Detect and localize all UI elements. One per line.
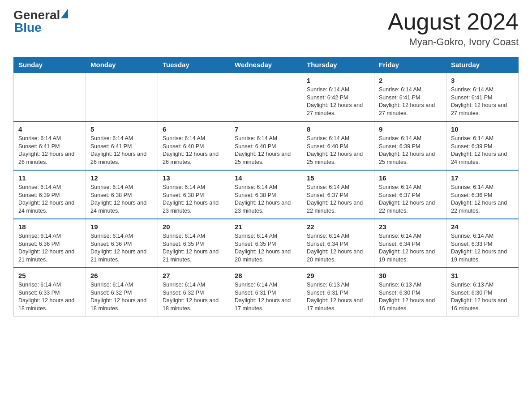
calendar-cell: 10Sunrise: 6:14 AMSunset: 6:39 PMDayligh… [446,121,519,170]
day-info: Sunrise: 6:14 AMSunset: 6:36 PMDaylight:… [451,184,514,215]
day-number: 19 [90,223,153,231]
calendar-cell: 12Sunrise: 6:14 AMSunset: 6:38 PMDayligh… [86,170,158,219]
day-info: Sunrise: 6:14 AMSunset: 6:34 PMDaylight:… [379,232,442,264]
day-number: 27 [163,272,225,279]
weekday-header-friday: Friday [374,57,446,73]
day-number: 16 [379,174,442,182]
calendar-cell [158,73,230,121]
weekday-header-sunday: Sunday [14,57,86,73]
calendar-cell: 6Sunrise: 6:14 AMSunset: 6:40 PMDaylight… [158,121,230,170]
day-info: Sunrise: 6:14 AMSunset: 6:38 PMDaylight:… [90,184,153,215]
calendar-week-row: 1Sunrise: 6:14 AMSunset: 6:42 PMDaylight… [14,73,519,121]
logo-triangle-icon [61,9,68,18]
calendar-cell: 1Sunrise: 6:14 AMSunset: 6:42 PMDaylight… [302,73,374,121]
day-info: Sunrise: 6:14 AMSunset: 6:41 PMDaylight:… [451,86,514,117]
calendar-cell: 9Sunrise: 6:14 AMSunset: 6:39 PMDaylight… [374,121,446,170]
calendar-cell: 5Sunrise: 6:14 AMSunset: 6:41 PMDaylight… [86,121,158,170]
weekday-header-saturday: Saturday [446,57,519,73]
day-info: Sunrise: 6:14 AMSunset: 6:41 PMDaylight:… [379,86,442,117]
day-info: Sunrise: 6:14 AMSunset: 6:35 PMDaylight:… [235,232,297,264]
day-info: Sunrise: 6:14 AMSunset: 6:36 PMDaylight:… [90,232,153,264]
calendar-week-row: 18Sunrise: 6:14 AMSunset: 6:36 PMDayligh… [14,219,519,268]
calendar-cell: 2Sunrise: 6:14 AMSunset: 6:41 PMDaylight… [374,73,446,121]
day-number: 11 [18,174,81,182]
day-number: 24 [451,223,514,231]
day-number: 25 [18,272,81,279]
calendar-cell [86,73,158,121]
calendar-cell: 13Sunrise: 6:14 AMSunset: 6:38 PMDayligh… [158,170,230,219]
day-number: 21 [235,223,297,231]
day-number: 1 [307,77,369,84]
day-number: 5 [90,125,153,133]
calendar-cell: 26Sunrise: 6:14 AMSunset: 6:32 PMDayligh… [86,268,158,317]
day-number: 23 [379,223,442,231]
title-area: August 2024 Myan-Gokro, Ivory Coast [388,9,519,48]
weekday-header-row: SundayMondayTuesdayWednesdayThursdayFrid… [14,57,519,73]
day-info: Sunrise: 6:14 AMSunset: 6:39 PMDaylight:… [379,135,442,166]
day-number: 10 [451,125,514,133]
calendar-cell [14,73,86,121]
day-info: Sunrise: 6:14 AMSunset: 6:32 PMDaylight:… [163,281,225,313]
calendar-cell: 4Sunrise: 6:14 AMSunset: 6:41 PMDaylight… [14,121,86,170]
day-number: 20 [163,223,225,231]
day-number: 4 [18,125,81,133]
calendar-cell: 8Sunrise: 6:14 AMSunset: 6:40 PMDaylight… [302,121,374,170]
calendar-cell: 21Sunrise: 6:14 AMSunset: 6:35 PMDayligh… [230,219,302,268]
calendar-cell: 14Sunrise: 6:14 AMSunset: 6:38 PMDayligh… [230,170,302,219]
day-number: 31 [451,272,514,279]
day-number: 8 [307,125,369,133]
day-info: Sunrise: 6:14 AMSunset: 6:37 PMDaylight:… [379,184,442,215]
calendar-cell: 23Sunrise: 6:14 AMSunset: 6:34 PMDayligh… [374,219,446,268]
calendar-cell: 3Sunrise: 6:14 AMSunset: 6:41 PMDaylight… [446,73,519,121]
calendar-cell: 18Sunrise: 6:14 AMSunset: 6:36 PMDayligh… [14,219,86,268]
calendar-cell: 20Sunrise: 6:14 AMSunset: 6:35 PMDayligh… [158,219,230,268]
calendar-cell: 15Sunrise: 6:14 AMSunset: 6:37 PMDayligh… [302,170,374,219]
calendar-cell: 17Sunrise: 6:14 AMSunset: 6:36 PMDayligh… [446,170,519,219]
page-header: General Blue August 2024 Myan-Gokro, Ivo… [13,9,519,48]
day-number: 18 [18,223,81,231]
day-number: 6 [163,125,225,133]
day-info: Sunrise: 6:14 AMSunset: 6:40 PMDaylight:… [235,135,297,166]
day-info: Sunrise: 6:14 AMSunset: 6:33 PMDaylight:… [451,232,514,264]
logo-general: General [13,9,60,21]
day-number: 12 [90,174,153,182]
day-info: Sunrise: 6:14 AMSunset: 6:41 PMDaylight:… [18,135,81,166]
calendar-table: SundayMondayTuesdayWednesdayThursdayFrid… [13,57,519,317]
calendar-cell: 24Sunrise: 6:14 AMSunset: 6:33 PMDayligh… [446,219,519,268]
location-title: Myan-Gokro, Ivory Coast [388,36,519,48]
calendar-cell: 7Sunrise: 6:14 AMSunset: 6:40 PMDaylight… [230,121,302,170]
calendar-cell: 22Sunrise: 6:14 AMSunset: 6:34 PMDayligh… [302,219,374,268]
weekday-header-thursday: Thursday [302,57,374,73]
calendar-cell: 27Sunrise: 6:14 AMSunset: 6:32 PMDayligh… [158,268,230,317]
day-number: 3 [451,77,514,84]
weekday-header-tuesday: Tuesday [158,57,230,73]
day-number: 28 [235,272,297,279]
calendar-week-row: 4Sunrise: 6:14 AMSunset: 6:41 PMDaylight… [14,121,519,170]
calendar-cell [230,73,302,121]
day-info: Sunrise: 6:14 AMSunset: 6:41 PMDaylight:… [90,135,153,166]
calendar-cell: 11Sunrise: 6:14 AMSunset: 6:39 PMDayligh… [14,170,86,219]
day-number: 22 [307,223,369,231]
day-info: Sunrise: 6:13 AMSunset: 6:30 PMDaylight:… [451,281,514,313]
calendar-cell: 31Sunrise: 6:13 AMSunset: 6:30 PMDayligh… [446,268,519,317]
day-number: 15 [307,174,369,182]
weekday-header-wednesday: Wednesday [230,57,302,73]
calendar-week-row: 25Sunrise: 6:14 AMSunset: 6:33 PMDayligh… [14,268,519,317]
logo: General Blue [13,9,68,34]
logo-blue: Blue [14,21,42,34]
calendar-week-row: 11Sunrise: 6:14 AMSunset: 6:39 PMDayligh… [14,170,519,219]
month-title: August 2024 [388,9,519,34]
day-info: Sunrise: 6:13 AMSunset: 6:31 PMDaylight:… [307,281,369,313]
day-info: Sunrise: 6:14 AMSunset: 6:39 PMDaylight:… [18,184,81,215]
day-info: Sunrise: 6:14 AMSunset: 6:31 PMDaylight:… [235,281,297,313]
day-info: Sunrise: 6:13 AMSunset: 6:30 PMDaylight:… [379,281,442,313]
day-number: 30 [379,272,442,279]
day-number: 7 [235,125,297,133]
day-info: Sunrise: 6:14 AMSunset: 6:38 PMDaylight:… [163,184,225,215]
calendar-cell: 19Sunrise: 6:14 AMSunset: 6:36 PMDayligh… [86,219,158,268]
day-info: Sunrise: 6:14 AMSunset: 6:36 PMDaylight:… [18,232,81,264]
calendar-cell: 30Sunrise: 6:13 AMSunset: 6:30 PMDayligh… [374,268,446,317]
day-info: Sunrise: 6:14 AMSunset: 6:34 PMDaylight:… [307,232,369,264]
day-number: 14 [235,174,297,182]
day-number: 2 [379,77,442,84]
